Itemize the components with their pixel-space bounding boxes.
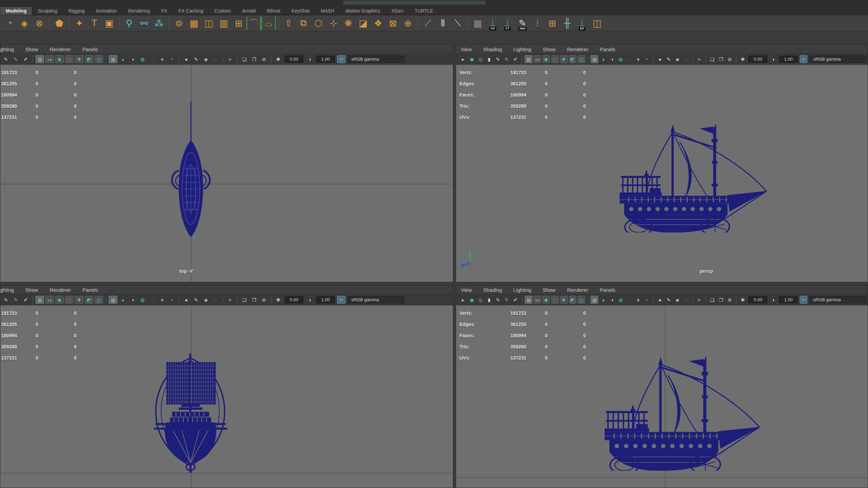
menuset-tab[interactable]: Modeling — [0, 6, 32, 15]
shadows-icon[interactable]: ◌ — [626, 296, 633, 304]
color-management-icon[interactable]: ⟳ — [800, 55, 807, 63]
viewport-menu-item[interactable]: Show — [25, 46, 38, 52]
snapshot-pencil-icon[interactable]: ✐ — [21, 296, 30, 304]
insert-edge-loop-icon[interactable]: ⫴ — [436, 17, 450, 30]
freeze-transform-icon[interactable]: ╫ — [560, 17, 574, 30]
color-mgmt-field[interactable]: sRGB gamma — [348, 56, 405, 63]
camera-mask-icon[interactable]: ◩ — [569, 296, 576, 304]
grid-snap-icon[interactable]: ▦ — [471, 17, 485, 30]
xray-icon[interactable]: ▫ — [683, 296, 690, 304]
film-gate-icon[interactable]: ▭ — [45, 55, 54, 63]
resolution-gate-icon[interactable]: ▦ — [525, 296, 532, 304]
no-buffer-icon[interactable]: ⊘ — [260, 55, 268, 63]
platonic-solid-icon[interactable]: ⬟ — [52, 17, 66, 30]
safe-action-icon[interactable]: ▢ — [551, 55, 559, 63]
color-mgmt-field[interactable]: sRGB gamma — [809, 296, 866, 303]
joint-tool-icon[interactable]: ⚲ — [122, 17, 136, 30]
resolution-gate-icon[interactable]: ▦ — [36, 296, 44, 304]
default-material-icon[interactable]: ● — [656, 296, 664, 304]
no-buffer-icon[interactable]: ⊘ — [726, 296, 733, 304]
pan-zoom-icon[interactable]: ✎ — [494, 296, 502, 304]
gamma-field[interactable]: 1.00 — [316, 296, 335, 303]
letterbox-icon[interactable]: ◫ — [95, 55, 103, 63]
gamma-icon[interactable]: ◑ — [769, 55, 777, 63]
buffer-b-icon[interactable]: ❐ — [250, 296, 258, 304]
merge-components-icon[interactable]: ⊞ — [232, 17, 246, 30]
textured-display-icon[interactable]: ◑ — [608, 296, 616, 304]
grid-fill-icon[interactable]: ▦ — [187, 17, 201, 30]
svg-tool-icon[interactable]: ▣ — [102, 17, 116, 30]
textured-display-icon[interactable]: ◑ — [608, 55, 616, 63]
gamma-icon[interactable]: ◑ — [305, 296, 314, 304]
textured-display-icon[interactable]: ◑ — [129, 55, 137, 63]
viewport-menu-item[interactable]: Lighting — [0, 287, 14, 293]
default-material-icon[interactable]: ● — [182, 55, 191, 63]
menuset-tab[interactable]: Sculpting — [32, 7, 63, 15]
viewport-menu-item[interactable]: Shading — [483, 287, 502, 293]
safe-title-icon[interactable]: ✚ — [560, 55, 568, 63]
film-gate-icon[interactable]: ▭ — [45, 296, 54, 304]
buffer-a-icon[interactable]: ❏ — [709, 296, 716, 304]
viewport-persp[interactable]: ViewShadingLightingShowRendererPanels ▸◉… — [456, 44, 868, 282]
shadows-icon[interactable]: ◌ — [148, 296, 157, 304]
viewport-menu-item[interactable]: Renderer — [50, 46, 71, 52]
buffer-a-icon[interactable]: ❏ — [709, 55, 716, 63]
isolate-select-icon[interactable]: ◈ — [202, 55, 210, 63]
camera-settings-icon[interactable]: ◉ — [468, 55, 476, 63]
viewport-canvas-side[interactable]: Verts: 191723 0 0 Edges: 361255 0 0 Face… — [456, 306, 868, 488]
viewport-canvas-top[interactable]: Verts: 191723 0 0 Edges: 361255 0 0 Face… — [0, 65, 453, 282]
viewport-menu-item[interactable]: Show — [25, 287, 38, 293]
material-pencil-icon[interactable]: ✎ — [665, 296, 672, 304]
exposure-field[interactable]: 0.00 — [284, 296, 303, 303]
camcorder-icon[interactable]: ▸ — [459, 296, 467, 304]
curve-pencil-icon[interactable]: ⟋ — [421, 17, 435, 30]
viewport-menu-item[interactable]: Panels — [600, 287, 615, 293]
sphere-project-icon[interactable]: ⊕ — [401, 17, 415, 30]
curve-diamond-icon[interactable]: ◈ — [17, 17, 32, 30]
camera-mask-icon[interactable]: ◩ — [569, 55, 576, 63]
exposure-icon[interactable]: ✾ — [274, 55, 282, 63]
grease-pencil-icon[interactable]: ✎ — [503, 296, 511, 304]
viewport-menu-item[interactable]: View — [461, 287, 472, 293]
isolate-select-icon[interactable]: ◈ — [202, 296, 210, 304]
all-lights-icon[interactable]: ◍ — [617, 296, 625, 304]
letterbox-icon[interactable]: ◫ — [95, 296, 103, 304]
menuset-tab[interactable]: Motion Graphics — [340, 7, 386, 15]
menuset-tab[interactable]: Custom — [209, 7, 236, 15]
select-cursor-icon[interactable]: ➤ — [226, 296, 234, 304]
select-cursor-icon[interactable]: ➤ — [695, 55, 703, 63]
multi-cut-icon[interactable]: ⊹ — [326, 17, 340, 30]
grease-pencil-icon[interactable]: ✎ — [12, 55, 20, 63]
safe-action-icon[interactable]: ▢ — [65, 55, 74, 63]
camera-bookmarks-icon[interactable]: ◎ — [477, 55, 484, 63]
occlusion-icon[interactable]: • — [168, 296, 176, 304]
field-chart-icon[interactable]: ◙ — [55, 296, 64, 304]
menuset-tab[interactable]: KeyShot — [286, 7, 315, 15]
light-bulb-icon[interactable]: ⚹ — [158, 296, 166, 304]
viewport-menu-item[interactable]: Panels — [82, 287, 98, 293]
select-cursor-icon[interactable]: ➤ — [226, 55, 234, 63]
lattice-icon[interactable]: ⊠ — [386, 17, 400, 30]
shaded-display-icon[interactable]: ◕ — [119, 55, 127, 63]
light-bulb-icon[interactable]: ⚹ — [634, 55, 642, 63]
extrude-icon[interactable]: ⇧ — [281, 17, 296, 30]
buffer-b-icon[interactable]: ❐ — [250, 55, 258, 63]
grease-pencil-icon[interactable]: ✎ — [12, 296, 20, 304]
barrel-pair-icon[interactable]: ◫ — [202, 17, 216, 30]
gamma-field[interactable]: 1.00 — [779, 56, 798, 63]
xray-icon[interactable]: ▫ — [212, 296, 220, 304]
no-buffer-icon[interactable]: ⊘ — [260, 296, 268, 304]
gamma-icon[interactable]: ◑ — [769, 296, 777, 304]
color-management-icon[interactable]: ⟳ — [800, 296, 807, 304]
menuset-tab[interactable]: Rigging — [63, 7, 90, 15]
viewport-canvas-persp[interactable]: Verts: 191723 0 0 Edges: 361255 0 0 Face… — [456, 65, 868, 282]
resolution-gate-icon[interactable]: ▦ — [525, 55, 532, 63]
isolate-select-icon[interactable]: ◈ — [674, 296, 681, 304]
viewport-menu-item[interactable]: View — [461, 46, 472, 52]
light-bulb-icon[interactable]: ⚹ — [634, 296, 642, 304]
color-management-icon[interactable]: ⟳ — [337, 55, 346, 63]
material-pencil-icon[interactable]: ✎ — [192, 55, 200, 63]
image-plane-icon[interactable]: ▮ — [486, 296, 493, 304]
gamma-field[interactable]: 1.00 — [316, 56, 335, 63]
default-material-icon[interactable]: ● — [656, 55, 664, 63]
